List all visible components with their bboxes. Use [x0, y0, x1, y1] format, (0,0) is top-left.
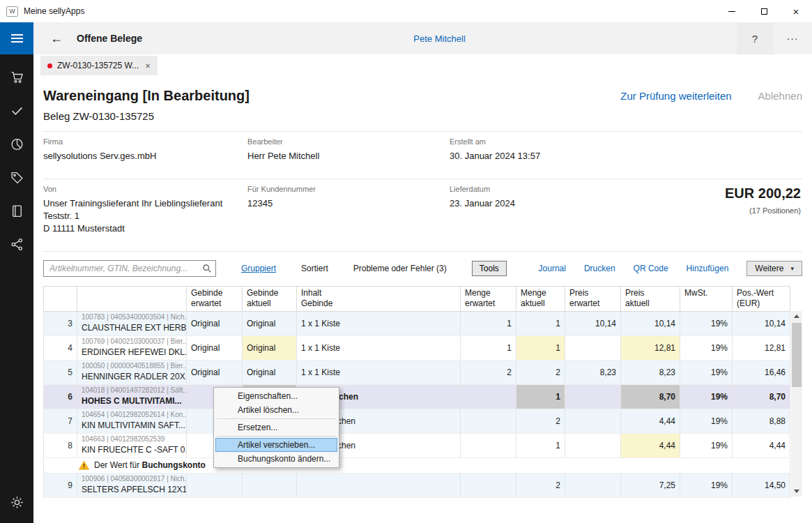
menu-button[interactable] [0, 22, 33, 54]
cell-num: 9 [44, 473, 77, 497]
table-row[interactable]: 4100769 | 04002103000037 | Bier...ERDING… [44, 335, 790, 360]
cell-article: 104018 | 04001497282012 | Säft...HOHES C… [77, 384, 187, 409]
price-tag-icon [10, 170, 24, 185]
cell-menge-erw: 1 [461, 335, 516, 360]
back-button[interactable]: ← [50, 31, 63, 46]
cell-geb-akt[interactable]: Original [243, 360, 297, 384]
sidebar-item-journal[interactable] [0, 194, 33, 227]
cell-preis-akt[interactable]: 7,25 [621, 473, 680, 497]
cell-preis-akt[interactable]: 8,23 [621, 360, 680, 384]
tools-button[interactable]: Tools [472, 261, 507, 276]
scroll-down-button[interactable] [791, 486, 802, 497]
table-row[interactable]: 5100050 | 00000040518855 | Bier...HENNIN… [44, 360, 790, 384]
unsaved-indicator-dot [47, 63, 52, 68]
column-header[interactable]: MwSt. [680, 286, 733, 311]
view-grouped-toggle[interactable]: Gruppiert [241, 264, 276, 273]
minimize-button[interactable] [716, 0, 748, 22]
column-header[interactable]: Gebindeaktuell [243, 286, 297, 311]
column-header[interactable]: InhaltGebinde [297, 286, 461, 311]
settings-gear-icon [10, 495, 24, 510]
column-header[interactable]: Preisaktuell [621, 286, 680, 311]
cell-pos-wert: 4,44 [733, 433, 790, 457]
cell-menge-akt[interactable]: 2 [516, 409, 565, 433]
field-label: Für Kundennummer [247, 185, 450, 193]
column-header[interactable]: Mengeerwartet [461, 286, 516, 311]
table-row[interactable]: 7104654 | 04012982052614 | Kon...KIN MUL… [44, 409, 790, 433]
qr-code-link[interactable]: QR Code [634, 264, 668, 273]
context-menu-item[interactable]: Artikel verschieben... [215, 438, 337, 452]
cell-preis-akt[interactable]: 12,81 [621, 335, 680, 360]
print-link[interactable]: Drucken [584, 264, 615, 273]
vertical-scrollbar[interactable] [791, 311, 802, 497]
scrollbar-thumb[interactable] [792, 323, 802, 387]
column-header[interactable]: Pos.-Wert(EUR) [733, 286, 790, 311]
view-sorted-toggle[interactable]: Sortiert [301, 264, 328, 273]
sidebar-item-cart[interactable] [0, 60, 33, 93]
sidebar-item-share[interactable] [0, 227, 33, 261]
context-menu-item[interactable]: Buchungskonto ändern... [215, 452, 337, 466]
more-dropdown-button[interactable]: Weitere ▾ [746, 261, 802, 276]
total-amount: EUR 200,22 [725, 185, 801, 202]
cell-mwst: 19% [680, 311, 733, 335]
cell-menge-akt[interactable]: 2 [516, 360, 565, 384]
cell-num: 8 [44, 433, 77, 457]
tab-label: ZW-0130-135725 W... [57, 61, 139, 70]
sidebar-item-prices[interactable] [0, 160, 33, 194]
close-button[interactable]: × [780, 0, 812, 22]
maximize-button[interactable] [748, 0, 780, 22]
scroll-up-button[interactable] [791, 311, 802, 321]
table-row[interactable]: 8104663 | 04012982052539KIN FRUECHTE C -… [44, 433, 790, 457]
cell-menge-erw [461, 384, 516, 409]
journal-link[interactable]: Journal [539, 264, 566, 273]
cell-geb-akt[interactable]: Original [243, 311, 297, 335]
column-header[interactable]: Mengeaktuell [516, 286, 565, 311]
cell-preis-akt[interactable]: 10,14 [621, 311, 680, 335]
field-label: Firma [43, 137, 247, 146]
context-menu-item[interactable]: Ersetzen... [215, 420, 337, 434]
table-row[interactable]: 3100783 | 04053400003504 | Nich...CLAUST… [44, 311, 790, 335]
column-header[interactable]: Gebindeerwartet [187, 286, 243, 311]
cell-preis-akt[interactable]: 4,44 [621, 409, 680, 433]
column-header[interactable]: Preiserwartet [565, 286, 621, 311]
cell-mwst: 19% [680, 433, 733, 457]
column-header[interactable] [44, 286, 77, 311]
cell-preis-akt[interactable]: 8,70 [621, 384, 680, 409]
cell-preis-akt[interactable]: 4,44 [621, 433, 680, 457]
items-toolbar: Gruppiert Sortiert Probleme oder Fehler … [43, 259, 802, 278]
user-name-link[interactable]: Pete Mitchell [142, 33, 737, 44]
forward-for-review-action[interactable]: Zur Prüfung weiterleiten [620, 90, 731, 102]
add-item-link[interactable]: Hinzufügen [687, 264, 729, 273]
topbar-more-button[interactable]: ··· [773, 33, 812, 44]
column-header[interactable] [77, 286, 187, 311]
table-row[interactable]: 9100906 | 04058300002817 | Nich...SELTER… [44, 473, 790, 497]
cell-menge-akt[interactable]: 1 [516, 384, 565, 409]
cell-inhalt: 1 x 1 Kiste [297, 311, 461, 335]
total-positions: (17 Positionen) [725, 206, 801, 215]
warning-text: Der Wert für Buchungskonto [94, 460, 206, 470]
sidebar-item-reports[interactable] [0, 127, 33, 160]
help-button[interactable]: ? [737, 22, 773, 54]
divider [43, 251, 802, 252]
cell-preis-erw [565, 433, 621, 457]
cell-menge-akt[interactable]: 1 [516, 335, 565, 360]
close-icon: × [793, 6, 799, 17]
cell-geb-akt[interactable]: Original [243, 335, 297, 360]
search-icon[interactable] [202, 264, 212, 273]
settings-button[interactable] [0, 485, 33, 519]
cell-mwst: 19% [680, 360, 733, 384]
ellipsis-icon: ··· [787, 33, 799, 44]
sidebar-item-tasks[interactable] [0, 93, 33, 127]
cell-pos-wert: 8,70 [733, 384, 790, 409]
context-menu-item[interactable]: Artikel löschen... [215, 403, 337, 417]
problems-filter[interactable]: Probleme oder Fehler (3) [353, 264, 447, 273]
table-row[interactable]: 6104018 | 04001497282012 | Säft...HOHES … [44, 384, 790, 409]
context-menu-item[interactable]: Eigenschaften... [215, 389, 337, 403]
tab-close-icon[interactable]: × [145, 61, 151, 71]
document-tab[interactable]: ZW-0130-135725 W... × [40, 56, 158, 75]
reject-action[interactable]: Ablehnen [758, 90, 802, 102]
scrollbar-track[interactable] [791, 321, 802, 486]
search-input[interactable] [43, 260, 216, 277]
field-value: Unser Trainingslieferant Ihr Lieblingsli… [43, 197, 247, 235]
cell-menge-akt[interactable]: 1 [516, 311, 565, 335]
cell-menge-akt[interactable]: 2 [516, 473, 565, 497]
